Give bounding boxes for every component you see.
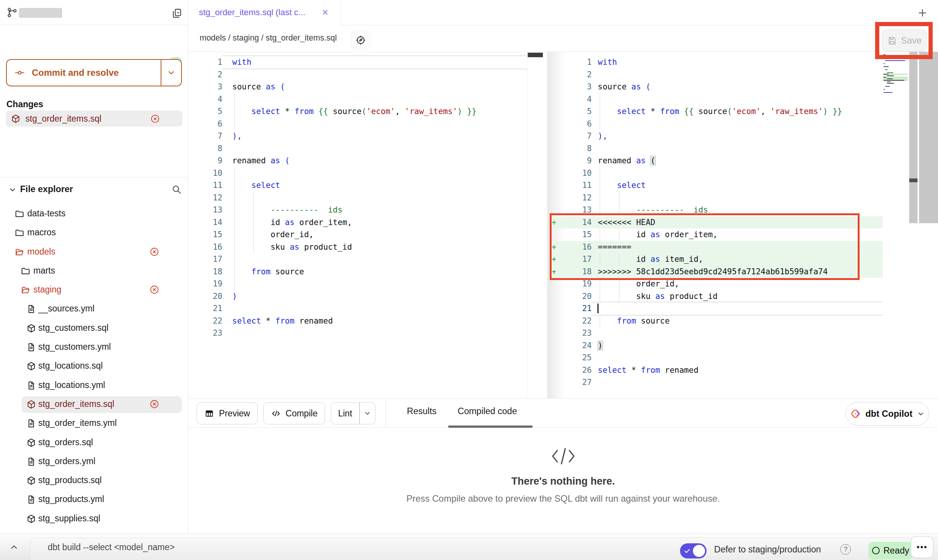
commit-dropdown-chevron[interactable] bbox=[161, 68, 181, 77]
discard-change-icon[interactable] bbox=[149, 247, 159, 257]
tree-folder-macros[interactable]: macros bbox=[0, 224, 188, 242]
code-line-21[interactable]: 21 bbox=[189, 302, 527, 315]
code-line-25[interactable]: 25 bbox=[549, 352, 883, 364]
code-line-2[interactable]: 2 bbox=[549, 69, 883, 81]
changed-file-row[interactable]: stg_order_items.sql bbox=[6, 111, 183, 127]
tab-stg-order-items[interactable]: stg_order_items.sql (last c... bbox=[188, 0, 341, 25]
code-line-19[interactable]: 19 bbox=[189, 278, 527, 290]
code-line-18[interactable]: 18 from source bbox=[189, 266, 527, 278]
tree-file-stg_order_items.yml[interactable]: stg_order_items.yml bbox=[0, 414, 188, 433]
code-line-23[interactable]: 23 bbox=[189, 327, 527, 339]
code-line-4[interactable]: 4 bbox=[549, 93, 883, 106]
code-line-6[interactable]: 6 bbox=[189, 118, 527, 130]
tree-file-stg_customers.yml[interactable]: stg_customers.yml bbox=[0, 338, 188, 357]
code-line-3[interactable]: 3source as ( bbox=[549, 81, 883, 93]
editor-scrollbar-thumb[interactable] bbox=[909, 178, 918, 182]
lint-label[interactable]: Lint bbox=[331, 408, 359, 419]
code-line-23[interactable]: 23 bbox=[549, 327, 883, 339]
tree-folder-data-tests[interactable]: data-tests bbox=[0, 205, 188, 224]
code-line-10[interactable]: 10 bbox=[549, 167, 883, 180]
code-line-2[interactable]: 2 bbox=[189, 69, 527, 81]
search-icon[interactable] bbox=[171, 184, 182, 195]
code-line-5[interactable]: 5 select * from {{ source('ecom', 'raw_i… bbox=[189, 105, 527, 118]
code-line-6[interactable]: 6 bbox=[549, 118, 883, 130]
tree-file-stg_products.yml[interactable]: stg_products.yml bbox=[0, 490, 188, 509]
code-line-16[interactable]: +16======= bbox=[549, 241, 883, 253]
discard-change-icon[interactable] bbox=[149, 285, 159, 295]
version-control-section-header[interactable]: Version control 1 bbox=[0, 25, 188, 52]
code-line-16[interactable]: 16 sku as product_id bbox=[189, 241, 527, 253]
tree-folder-staging[interactable]: staging bbox=[0, 281, 188, 300]
code-line-3[interactable]: 3source as ( bbox=[189, 81, 527, 93]
more-options-button[interactable]: ••• bbox=[911, 536, 933, 558]
code-line-18[interactable]: +18>>>>>>> 58c1dd23d5eebd9cd2495fa7124ab… bbox=[549, 266, 883, 278]
discard-change-icon[interactable] bbox=[149, 399, 159, 409]
lint-dropdown-chevron[interactable] bbox=[360, 410, 375, 417]
code-line-7[interactable]: 7), bbox=[189, 130, 527, 142]
tab-results[interactable]: Results bbox=[407, 406, 436, 416]
code-line-4[interactable]: 4 bbox=[189, 93, 527, 106]
code-line-5[interactable]: 5 select * from {{ source('ecom', 'raw_i… bbox=[549, 105, 883, 118]
code-line-1[interactable]: 1with bbox=[549, 56, 883, 69]
code-line-8[interactable]: 8 bbox=[189, 142, 527, 155]
help-icon[interactable]: ? bbox=[840, 544, 851, 555]
code-line-20[interactable]: 20 sku as product_id bbox=[549, 290, 883, 303]
tree-file-stg_order_items.sql[interactable]: stg_order_items.sql bbox=[0, 395, 188, 414]
code-line-27[interactable]: 27 bbox=[549, 376, 883, 389]
code-line-19[interactable]: 19 order_id, bbox=[549, 278, 883, 290]
lineage-compass-button[interactable] bbox=[351, 31, 370, 50]
copy-icon[interactable] bbox=[171, 8, 183, 19]
new-tab-icon[interactable] bbox=[917, 7, 928, 19]
tab-compiled-code[interactable]: Compiled code bbox=[458, 406, 517, 416]
lint-split-button[interactable]: Lint bbox=[331, 402, 375, 424]
close-icon[interactable] bbox=[322, 9, 329, 16]
code-line-13[interactable]: 13 ---------- ids bbox=[189, 204, 527, 216]
diff-pane-modified[interactable]: 1with23source as (45 select * from {{ so… bbox=[549, 52, 883, 398]
tree-file-stg_locations.sql[interactable]: stg_locations.sql bbox=[0, 357, 188, 376]
code-line-11[interactable]: 11 select bbox=[549, 179, 883, 192]
file-explorer-section-header[interactable]: File explorer bbox=[0, 177, 188, 202]
tree-file-stg_locations.yml[interactable]: stg_locations.yml bbox=[0, 376, 188, 395]
left-pane-scrollbar-thumb[interactable] bbox=[528, 53, 543, 57]
tree-file-stg_orders.sql[interactable]: stg_orders.sql bbox=[0, 433, 188, 452]
tree-file-stg_orders.yml[interactable]: stg_orders.yml bbox=[0, 452, 188, 471]
code-line-9[interactable]: 9renamed as ( bbox=[549, 155, 883, 167]
minimap[interactable] bbox=[883, 54, 908, 95]
editor-scrollbar-track[interactable] bbox=[909, 52, 918, 223]
save-button[interactable]: Save bbox=[882, 30, 927, 52]
code-line-21[interactable]: 21 bbox=[549, 302, 883, 315]
code-line-22[interactable]: 22select * from renamed bbox=[189, 315, 527, 327]
command-input[interactable]: dbt build --select <model_name> bbox=[48, 542, 175, 552]
code-line-8[interactable]: 8 bbox=[549, 142, 883, 155]
code-line-26[interactable]: 26select * from renamed bbox=[549, 364, 883, 377]
code-line-14[interactable]: 14 id as order_item, bbox=[189, 216, 527, 229]
code-line-17[interactable]: 17 bbox=[189, 253, 527, 266]
code-line-12[interactable]: 12 bbox=[189, 192, 527, 204]
tree-folder-models[interactable]: models bbox=[0, 243, 188, 262]
code-line-10[interactable]: 10 bbox=[189, 167, 527, 180]
code-line-7[interactable]: 7), bbox=[549, 130, 883, 142]
defer-toggle[interactable] bbox=[680, 543, 707, 558]
commit-and-resolve-button[interactable]: Commit and resolve bbox=[6, 59, 182, 86]
discard-change-icon[interactable] bbox=[150, 114, 160, 124]
code-line-15[interactable]: 15 id as order_item, bbox=[549, 228, 883, 241]
tree-file-stg_supplies.sql[interactable]: stg_supplies.sql bbox=[0, 510, 188, 529]
tree-file-__sources.yml[interactable]: __sources.yml bbox=[0, 300, 188, 319]
diff-pane-original[interactable]: 1with23source as (45 select * from {{ so… bbox=[189, 52, 527, 398]
tree-folder-marts[interactable]: marts bbox=[0, 262, 188, 281]
tree-file-stg_customers.sql[interactable]: stg_customers.sql bbox=[0, 319, 188, 338]
code-line-11[interactable]: 11 select bbox=[189, 179, 527, 192]
dbt-copilot-button[interactable]: dbt Copilot bbox=[846, 402, 929, 425]
compile-button[interactable]: Compile bbox=[263, 402, 325, 424]
code-line-20[interactable]: 20) bbox=[189, 290, 527, 303]
code-line-1[interactable]: 1with bbox=[189, 56, 527, 69]
code-line-12[interactable]: 12 bbox=[549, 192, 883, 204]
code-line-22[interactable]: 22 from source bbox=[549, 315, 883, 327]
code-line-13[interactable]: 13 ---------- ids bbox=[549, 204, 883, 216]
code-line-14[interactable]: +14<<<<<<< HEAD bbox=[549, 216, 883, 229]
code-line-17[interactable]: +17 id as item_id, bbox=[549, 253, 883, 266]
code-line-9[interactable]: 9renamed as ( bbox=[189, 155, 527, 167]
code-line-24[interactable]: 24) bbox=[549, 339, 883, 352]
code-line-15[interactable]: 15 order_id, bbox=[189, 228, 527, 241]
chevron-up-icon[interactable] bbox=[9, 542, 19, 552]
